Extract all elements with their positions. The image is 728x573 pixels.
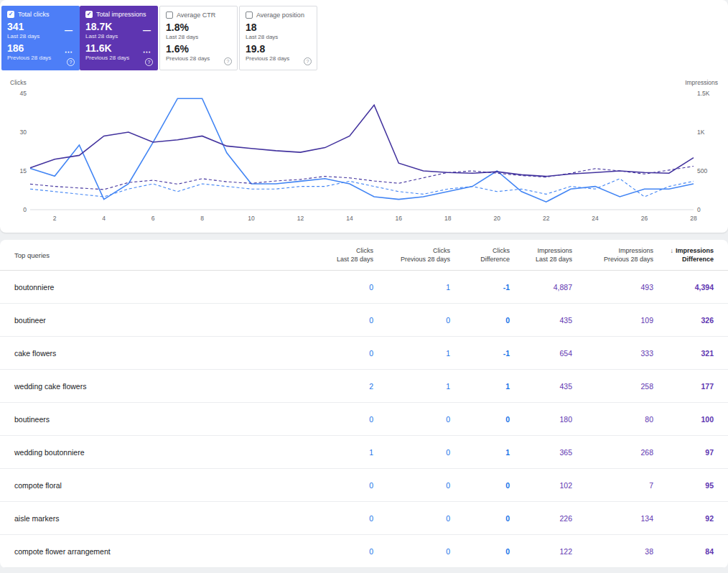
svg-text:500: 500 bbox=[697, 167, 707, 174]
sort-descending-icon: ↓ bbox=[670, 247, 673, 254]
impressions-difference-cell: 4,394 bbox=[653, 271, 728, 304]
impressions-previous-cell: 268 bbox=[572, 436, 653, 469]
metric-period-current: Last 28 days bbox=[246, 34, 278, 40]
svg-text:10: 10 bbox=[248, 215, 255, 222]
svg-text:28: 28 bbox=[690, 215, 697, 222]
table-row[interactable]: boutineer000435109326 bbox=[0, 304, 728, 337]
clicks-previous-cell: 0 bbox=[373, 403, 450, 436]
metric-period-previous: Previous 28 days bbox=[85, 55, 129, 61]
svg-text:20: 20 bbox=[493, 215, 500, 222]
svg-text:26: 26 bbox=[641, 215, 648, 222]
impressions-last-cell: 102 bbox=[510, 469, 572, 502]
clicks-difference-cell: 0 bbox=[450, 403, 510, 436]
metric-card-total-impressions[interactable]: ✓ Total impressions 18.7K Last 28 days —… bbox=[80, 6, 158, 70]
impressions-difference-cell: 321 bbox=[653, 337, 728, 370]
queries-table-panel: Top queries ClicksLast 28 days ClicksPre… bbox=[0, 240, 728, 568]
svg-text:12: 12 bbox=[297, 215, 304, 222]
checkbox-checked-icon[interactable]: ✓ bbox=[7, 11, 14, 18]
column-header-top-queries: Top queries bbox=[0, 240, 287, 271]
metric-period-current: Last 28 days bbox=[166, 34, 198, 40]
clicks-previous-cell: 0 bbox=[373, 535, 450, 568]
clicks-difference-cell: -1 bbox=[450, 271, 510, 304]
svg-text:16: 16 bbox=[396, 215, 403, 222]
clicks-previous-cell: 0 bbox=[373, 436, 450, 469]
table-row[interactable]: aisle markers00022613492 bbox=[0, 502, 728, 535]
table-row[interactable]: compote flower arrangement0001223884 bbox=[0, 535, 728, 568]
clicks-last-cell: 0 bbox=[287, 535, 373, 568]
metric-period-current: Last 28 days bbox=[85, 33, 118, 39]
performance-chart: ClicksImpressions015304505001K1.5K246810… bbox=[0, 70, 728, 233]
impressions-difference-cell: 84 bbox=[653, 535, 728, 568]
table-row[interactable]: wedding boutonniere10136526897 bbox=[0, 436, 728, 469]
column-header-clicks-last[interactable]: ClicksLast 28 days bbox=[287, 240, 373, 271]
impressions-previous-cell: 80 bbox=[572, 403, 653, 436]
query-cell[interactable]: boutonniere bbox=[0, 271, 287, 304]
clicks-difference-cell: 0 bbox=[450, 535, 510, 568]
impressions-last-cell: 226 bbox=[510, 502, 572, 535]
query-cell[interactable]: wedding cake flowers bbox=[0, 370, 287, 403]
change-indicator: ⋯ bbox=[65, 48, 73, 56]
help-icon[interactable]: ? bbox=[304, 57, 312, 65]
query-cell[interactable]: compote flower arrangement bbox=[0, 535, 287, 568]
card-label: Total impressions bbox=[96, 11, 146, 18]
metric-card-average-position[interactable]: Average position 18 Last 28 days 19.8 Pr… bbox=[239, 6, 317, 70]
table-row[interactable]: boutineers00018080100 bbox=[0, 403, 728, 436]
metric-value-previous: 186 bbox=[7, 43, 51, 54]
impressions-previous-cell: 134 bbox=[572, 502, 653, 535]
help-icon[interactable]: ? bbox=[224, 57, 232, 65]
impressions-last-cell: 180 bbox=[510, 403, 572, 436]
metric-value-current: 341 bbox=[7, 22, 39, 32]
clicks-last-cell: 0 bbox=[287, 469, 373, 502]
query-cell[interactable]: aisle markers bbox=[0, 502, 287, 535]
clicks-previous-cell: 1 bbox=[373, 370, 450, 403]
impressions-last-cell: 4,887 bbox=[510, 271, 572, 304]
table-row[interactable]: boutonniere01-14,8874934,394 bbox=[0, 271, 728, 304]
query-cell[interactable]: cake flowers bbox=[0, 337, 287, 370]
clicks-previous-cell: 0 bbox=[373, 469, 450, 502]
metric-card-average-ctr[interactable]: Average CTR 1.8% Last 28 days 1.6% Previ… bbox=[159, 6, 238, 70]
svg-text:30: 30 bbox=[20, 129, 27, 136]
svg-text:6: 6 bbox=[151, 215, 155, 222]
impressions-last-cell: 122 bbox=[510, 535, 572, 568]
impressions-last-cell: 435 bbox=[510, 370, 572, 403]
checkbox-unchecked-icon[interactable] bbox=[166, 11, 173, 19]
query-cell[interactable]: boutineer bbox=[0, 304, 287, 337]
svg-text:45: 45 bbox=[20, 90, 27, 97]
table-row[interactable]: wedding cake flowers211435258177 bbox=[0, 370, 728, 403]
svg-text:15: 15 bbox=[20, 167, 27, 174]
checkbox-unchecked-icon[interactable] bbox=[246, 11, 253, 19]
metric-period-previous: Previous 28 days bbox=[7, 55, 51, 61]
query-cell[interactable]: compote floral bbox=[0, 469, 287, 502]
metric-value-current: 18 bbox=[246, 22, 278, 33]
checkmark-icon: ✓ bbox=[87, 11, 92, 17]
clicks-previous-cell: 1 bbox=[373, 271, 450, 304]
clicks-difference-cell: 1 bbox=[450, 370, 510, 403]
impressions-last-cell: 365 bbox=[510, 436, 572, 469]
column-header-impressions-difference[interactable]: ↓Impressions Difference bbox=[653, 240, 728, 271]
metric-card-total-clicks[interactable]: ✓ Total clicks 341 Last 28 days — 186 Pr… bbox=[1, 6, 80, 70]
table-row[interactable]: cake flowers01-1654333321 bbox=[0, 337, 728, 370]
column-header-clicks-previous[interactable]: ClicksPrevious 28 days bbox=[373, 240, 450, 271]
help-icon[interactable]: ? bbox=[145, 58, 153, 66]
checkbox-checked-icon[interactable]: ✓ bbox=[85, 11, 93, 18]
column-header-clicks-difference[interactable]: ClicksDifference bbox=[450, 240, 510, 271]
column-header-impressions-last[interactable]: ImpressionsLast 28 days bbox=[510, 240, 572, 271]
metric-value-previous: 19.8 bbox=[246, 44, 289, 55]
query-cell[interactable]: boutineers bbox=[0, 403, 287, 436]
impressions-last-cell: 435 bbox=[510, 304, 572, 337]
svg-text:4: 4 bbox=[102, 215, 106, 222]
table-row[interactable]: compote floral000102795 bbox=[0, 469, 728, 502]
card-label: Total clicks bbox=[18, 11, 50, 18]
change-indicator: — bbox=[65, 27, 73, 34]
column-header-impressions-previous[interactable]: ImpressionsPrevious 28 days bbox=[572, 240, 653, 271]
clicks-difference-cell: 0 bbox=[450, 304, 510, 337]
impressions-last-cell: 654 bbox=[510, 337, 572, 370]
metric-value-previous: 11.6K bbox=[85, 43, 129, 54]
help-icon[interactable]: ? bbox=[67, 58, 75, 66]
query-cell[interactable]: wedding boutonniere bbox=[0, 436, 287, 469]
card-label: Average position bbox=[256, 11, 304, 19]
impressions-previous-cell: 109 bbox=[572, 304, 653, 337]
checkmark-icon: ✓ bbox=[9, 11, 14, 17]
clicks-last-cell: 0 bbox=[287, 403, 373, 436]
clicks-difference-cell: 0 bbox=[450, 502, 510, 535]
